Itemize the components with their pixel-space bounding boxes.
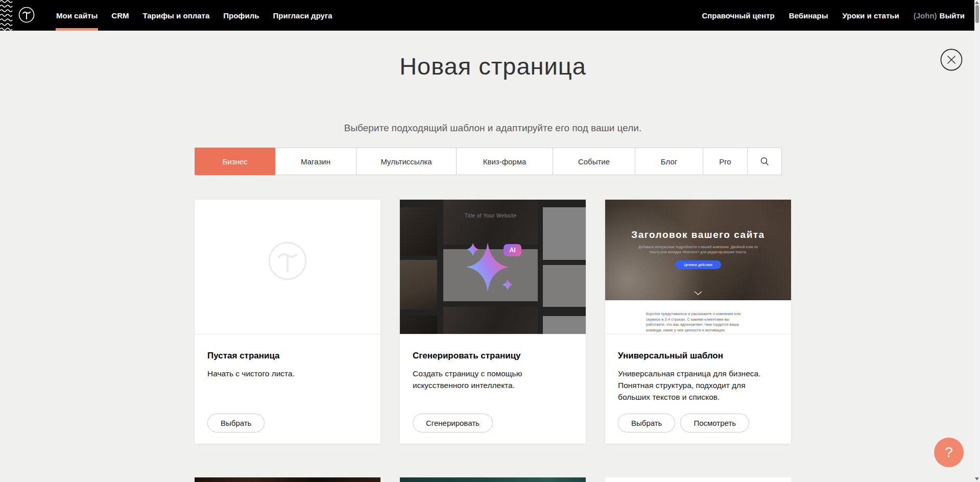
card-info: Пустая страница Начать с чистого листа. … <box>195 334 380 443</box>
new-page-dialog: Новая страница Выберите подходящий шабло… <box>195 0 791 482</box>
template-body: Коротко представьтесь и расскажите о ком… <box>605 300 791 334</box>
close-icon <box>940 49 963 71</box>
chevron-down-icon <box>694 291 702 295</box>
ai-preview: Title of Your Website <box>400 200 586 334</box>
select-universal-button[interactable]: Выбрать <box>618 414 675 432</box>
nav-lessons[interactable]: Уроки и статьи <box>843 0 899 31</box>
template-card-ai-generate: Title of Your Website <box>400 200 586 444</box>
top-nav: Мои сайты CRM Тарифы и оплата Профиль Пр… <box>0 0 974 31</box>
card-description: Универсальная страница для бизнеса. Поня… <box>618 368 778 403</box>
tab-quiz-form[interactable]: Квиз-форма <box>456 148 553 175</box>
template-category-tabs: Бизнес Магазин Мультиссылка Квиз-форма С… <box>195 148 782 175</box>
tab-event[interactable]: Событие <box>553 148 635 175</box>
tab-pro[interactable]: Pro <box>703 148 748 175</box>
card-actions: Сгенерировать <box>413 414 493 432</box>
card-actions: Выбрать <box>207 414 265 432</box>
tilda-ghost-logo-icon <box>266 239 309 282</box>
card-info: Сгенерировать страницу Создать страницу … <box>400 334 586 443</box>
preview-universal-button[interactable]: Посмотреть <box>680 414 749 432</box>
user-session: (John) Выйти <box>914 0 965 31</box>
template-hero: Заголовок вашего сайта Добавьте интересн… <box>605 200 791 300</box>
template-card-partial[interactable] <box>400 477 586 482</box>
nav-tariffs[interactable]: Тарифы и оплата <box>142 0 209 31</box>
template-hero-subtitle: Добавьте интересные подробности о вашей … <box>634 245 762 255</box>
page-title: Новая страница <box>195 52 791 80</box>
app-window: Мои сайты CRM Тарифы и оплата Профиль Пр… <box>0 0 980 482</box>
nav-webinars[interactable]: Вебинары <box>789 0 828 31</box>
search-icon <box>759 156 770 166</box>
close-button[interactable] <box>940 49 963 71</box>
card-description: Создать страницу с помощью искусственног… <box>413 368 556 391</box>
nav-my-sites[interactable]: Мои сайты <box>56 0 98 31</box>
scrollbar-thumb[interactable] <box>975 5 979 23</box>
scrollbar[interactable] <box>974 0 980 482</box>
secondary-nav: Справочный центр Вебинары Уроки и статьи… <box>702 0 974 31</box>
wave-pattern-decoration <box>0 0 13 31</box>
tab-business[interactable]: Бизнес <box>195 148 275 175</box>
nav-crm[interactable]: CRM <box>111 0 129 31</box>
template-card-partial[interactable] <box>605 477 791 482</box>
ai-badge: AI <box>504 244 521 256</box>
user-name: (John) <box>914 11 937 20</box>
template-cta-button: Целевое действие <box>675 260 721 269</box>
universal-preview: Заголовок вашего сайта Добавьте интересн… <box>605 200 791 334</box>
help-button[interactable]: ? <box>934 438 964 467</box>
card-title: Универсальный шаблон <box>618 351 778 361</box>
tab-store[interactable]: Магазин <box>275 148 356 175</box>
page-subtitle: Выберите подходящий шаблон и адаптируйте… <box>195 123 791 134</box>
template-card-universal: Заголовок вашего сайта Добавьте интересн… <box>605 200 791 444</box>
tab-multilink[interactable]: Мультиссылка <box>356 148 457 175</box>
scroll-down-arrow-icon[interactable] <box>975 477 979 480</box>
card-info: Универсальный шаблон Универсальная стран… <box>605 334 791 443</box>
nav-help-center[interactable]: Справочный центр <box>702 0 774 31</box>
nav-invite-friend[interactable]: Пригласи друга <box>273 0 332 31</box>
primary-nav: Мои сайты CRM Тарифы и оплата Профиль Пр… <box>0 0 332 31</box>
tab-blog[interactable]: Блог <box>635 148 703 175</box>
card-description: Начать с чистого листа. <box>207 368 368 379</box>
logout-link[interactable]: Выйти <box>940 0 965 31</box>
blank-preview <box>195 200 380 334</box>
generate-button[interactable]: Сгенерировать <box>413 414 493 432</box>
tilda-logo-icon[interactable] <box>18 6 35 23</box>
template-hero-title: Заголовок вашего сайта <box>605 229 791 240</box>
template-card-partial[interactable] <box>195 477 380 482</box>
ai-sparkle-icon <box>400 200 586 334</box>
card-title: Сгенерировать страницу <box>413 351 573 361</box>
card-actions: Выбрать Посмотреть <box>618 414 749 432</box>
template-card-blank: Пустая страница Начать с чистого листа. … <box>195 200 380 444</box>
select-blank-button[interactable]: Выбрать <box>207 414 265 432</box>
nav-profile[interactable]: Профиль <box>223 0 259 31</box>
template-body-text: Коротко представьтесь и расскажите о ком… <box>646 311 747 333</box>
tab-search[interactable] <box>747 148 782 175</box>
card-title: Пустая страница <box>207 351 368 361</box>
scroll-up-arrow-icon[interactable] <box>975 1 979 4</box>
